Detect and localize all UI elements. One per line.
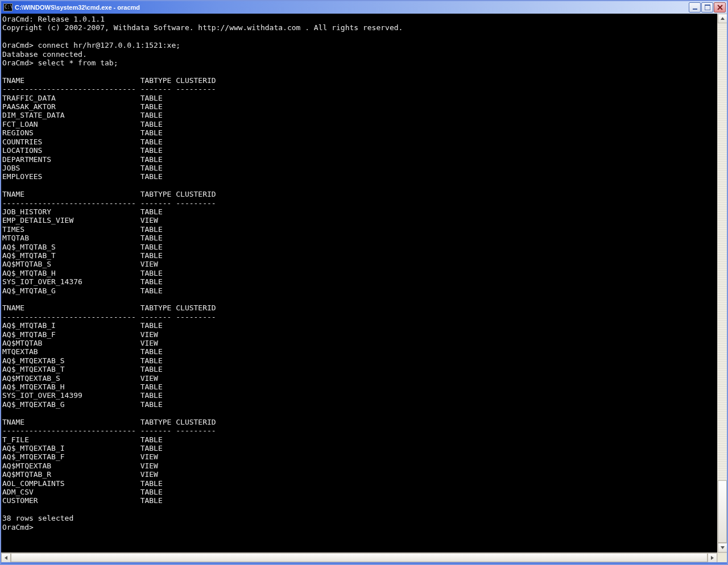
chevron-up-icon — [721, 17, 725, 20]
close-icon — [717, 5, 723, 10]
scroll-down-button[interactable] — [718, 543, 727, 552]
svg-marker-8 — [711, 556, 714, 560]
window-buttons — [689, 2, 726, 13]
chevron-down-icon — [721, 546, 725, 549]
client-area: OraCmd: Release 1.0.1.1 Copyright (c) 20… — [1, 14, 727, 562]
scroll-right-button[interactable] — [708, 553, 717, 563]
vertical-scroll-thumb[interactable] — [718, 480, 727, 543]
scrollbar-corner — [717, 552, 727, 562]
horizontal-scroll-thumb[interactable] — [11, 553, 708, 562]
svg-rect-0 — [693, 9, 697, 10]
window-title: C:\WINDOWS\system32\cmd.exe - oracmd — [15, 5, 689, 11]
scroll-up-button[interactable] — [718, 14, 727, 23]
svg-rect-2 — [705, 5, 710, 6]
horizontal-scrollbar[interactable] — [1, 552, 717, 562]
horizontal-scroll-track[interactable] — [11, 553, 708, 562]
cmd-icon: C:\ — [3, 3, 13, 11]
window-bottom-border — [1, 562, 727, 564]
maximize-icon — [705, 5, 710, 10]
svg-marker-6 — [721, 546, 725, 549]
svg-marker-7 — [5, 556, 7, 560]
maximize-button[interactable] — [701, 2, 713, 13]
titlebar: C:\ C:\WINDOWS\system32\cmd.exe - oracmd — [1, 1, 727, 14]
svg-marker-5 — [721, 17, 725, 20]
vertical-scrollbar[interactable] — [717, 14, 727, 552]
terminal-output[interactable]: OraCmd: Release 1.0.1.1 Copyright (c) 20… — [1, 14, 717, 552]
minimize-button[interactable] — [689, 2, 701, 13]
scroll-left-button[interactable] — [1, 553, 11, 563]
minimize-icon — [692, 5, 698, 10]
chevron-left-icon — [5, 556, 7, 560]
close-button[interactable] — [714, 2, 726, 13]
vertical-scroll-track[interactable] — [718, 23, 727, 543]
chevron-right-icon — [711, 556, 714, 560]
